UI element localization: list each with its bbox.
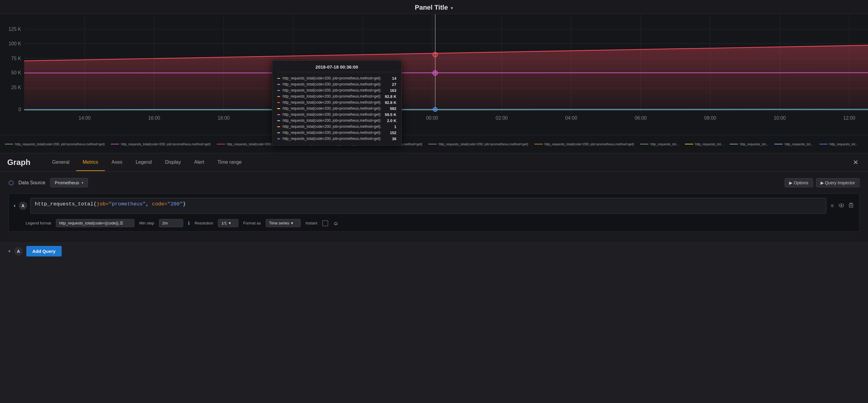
tab-bar: Graph General Metrics Axes Legend Displa… — [0, 153, 868, 172]
svg-text:125 K: 125 K — [8, 27, 21, 32]
tooltip-row: http_requests_total{code=200, job=promet… — [277, 111, 397, 117]
datasource-select[interactable]: Prometheus ▾ — [50, 178, 88, 187]
legend-color — [534, 144, 543, 144]
legend-item: http_requests_tot... — [685, 137, 723, 150]
query-section: ⬡ Data Source Prometheus ▾ ▶ Options ▶ Q… — [0, 172, 868, 243]
svg-point-44 — [433, 107, 437, 111]
resolution-arrow: ▾ — [229, 221, 231, 225]
add-query-button[interactable]: Add Query — [26, 246, 62, 257]
add-query-bar: ▾ A Add Query — [0, 243, 868, 260]
tooltip-row: http_requests_total{code=200, job=promet… — [277, 93, 397, 99]
datasource-label: Data Source — [19, 180, 45, 186]
legend-label: http_requests_tot... — [650, 142, 679, 146]
query-expr-key2: code= — [152, 201, 167, 207]
graph-area: 125 K 100 K 75 K 50 K 25 K 0 14:00 16:00… — [0, 14, 868, 135]
legend-item: http_requests_tot... — [819, 137, 858, 150]
svg-text:50 K: 50 K — [11, 70, 21, 75]
query-inspector-button[interactable]: ▶ Query Inspector — [816, 178, 860, 187]
query-link-icon[interactable] — [333, 220, 339, 227]
svg-text:16:00: 16:00 — [148, 115, 160, 121]
legend-item: http_requests_total{code=200, job=promet… — [111, 137, 210, 150]
graph-tooltip: 2018-07-18 00:36:00 http_requests_total{… — [272, 60, 402, 145]
svg-text:0: 0 — [19, 107, 21, 112]
tab-metrics[interactable]: Metrics — [76, 154, 105, 171]
query-expr-val1: "prometheus" — [109, 201, 146, 207]
legend-color — [428, 144, 437, 144]
datasource-bar: ⬡ Data Source Prometheus ▾ ▶ Options ▶ Q… — [8, 178, 860, 187]
add-query-letter-badge: A — [14, 247, 23, 256]
add-query-collapse-icon[interactable]: ▾ — [8, 249, 10, 254]
query-expr-key1: job= — [96, 201, 109, 207]
min-step-input[interactable]: 2m — [159, 219, 183, 227]
svg-text:14:00: 14:00 — [79, 115, 91, 121]
tab-axes[interactable]: Axes — [105, 154, 129, 171]
legend-format-label: Legend format — [26, 221, 51, 225]
query-collapse-icon[interactable]: ▾ — [13, 204, 16, 208]
tab-display[interactable]: Display — [158, 154, 187, 171]
legend-item: http_requests_total{code=200, job=promet… — [534, 137, 634, 150]
legend-color — [730, 144, 738, 144]
instant-checkbox[interactable] — [322, 220, 328, 226]
panel-title-arrow[interactable]: ▾ — [451, 5, 453, 10]
legend-format-input[interactable]: http_requests_total{code={{code}},☰ — [56, 219, 134, 227]
svg-line-38 — [24, 73, 868, 73]
legend-area: http_requests_total{code=200, job=promet… — [0, 135, 868, 153]
legend-color — [774, 144, 783, 144]
tooltip-row: http_requests_total{code=200, job=promet… — [277, 99, 397, 105]
legend-label: http_requests_tot... — [784, 142, 813, 146]
legend-item: http_requests_tot... — [640, 137, 679, 150]
panel-title-bar: Panel Title ▾ — [0, 0, 868, 14]
tooltip-row: http_requests_total{code=200, job=promet… — [277, 105, 397, 111]
options-button[interactable]: ▶ Options — [784, 178, 813, 187]
svg-point-43 — [433, 71, 438, 75]
query-options-bar: Legend format http_requests_total{code={… — [13, 217, 855, 227]
tab-general[interactable]: General — [45, 154, 76, 171]
svg-point-46 — [841, 204, 842, 206]
tooltip-title: 2018-07-18 00:36:00 — [277, 64, 397, 72]
tab-legend[interactable]: Legend — [129, 154, 158, 171]
svg-text:10:00: 10:00 — [774, 115, 786, 121]
query-letter-badge: A — [19, 201, 27, 210]
database-icon: ⬡ — [8, 179, 13, 187]
query-expr-normal: http_requests_total{ — [35, 201, 96, 207]
query-expression-input[interactable]: http_requests_total{job="prometheus", co… — [30, 198, 826, 213]
query-action-icons: ≡ — [829, 201, 855, 210]
tab-time-range[interactable]: Time range — [211, 154, 248, 171]
resolution-label: Resolution — [195, 221, 213, 225]
svg-text:00:00: 00:00 — [426, 115, 438, 121]
legend-color — [685, 144, 693, 144]
tooltip-row: http_requests_total{code=200, job=promet… — [277, 87, 397, 93]
legend-item: http_requests_total{code=200, job=promet… — [428, 137, 528, 150]
svg-text:25 K: 25 K — [11, 85, 21, 90]
query-row-header: ▾ A http_requests_total{job="prometheus"… — [13, 198, 855, 213]
legend-item: http_requests_total{code=200, job=promet… — [5, 137, 104, 150]
svg-line-40 — [24, 110, 868, 110]
svg-line-39 — [24, 109, 868, 109]
min-step-label: Min step — [139, 221, 154, 225]
legend-color — [640, 144, 649, 144]
tooltip-row: http_requests_total{code=200, job=promet… — [277, 75, 397, 81]
legend-label: http_requests_total{code=200, job=promet… — [438, 142, 528, 146]
svg-text:02:00: 02:00 — [496, 115, 508, 121]
query-expr-comma: , — [146, 201, 152, 207]
legend-label: http_requests_total{code=200, job=promet… — [15, 142, 104, 146]
tooltip-row: http_requests_total{code=200, job=promet… — [277, 136, 397, 142]
query-eye-icon-button[interactable] — [837, 201, 845, 210]
query-row-a: ▾ A http_requests_total{job="prometheus"… — [8, 193, 860, 232]
svg-text:100 K: 100 K — [8, 41, 21, 46]
query-delete-icon-button[interactable] — [848, 201, 855, 210]
legend-label: http_requests_tot... — [695, 142, 723, 146]
resolution-select[interactable]: 1/1 ▾ — [218, 219, 238, 227]
tooltip-row: http_requests_total{code=200, job=promet… — [277, 81, 397, 87]
tab-alert[interactable]: Alert — [188, 154, 211, 171]
svg-text:06:00: 06:00 — [635, 115, 647, 121]
svg-text:75 K: 75 K — [11, 56, 21, 61]
legend-label: http_requests_tot... — [740, 142, 768, 146]
query-lines-icon-button[interactable]: ≡ — [829, 201, 835, 210]
legend-color — [217, 144, 225, 144]
close-panel-button[interactable]: ✕ — [850, 159, 861, 166]
legend-color — [111, 144, 119, 144]
svg-rect-47 — [849, 204, 853, 207]
legend-color — [819, 144, 828, 144]
format-as-select[interactable]: Time series ▾ — [266, 219, 301, 227]
